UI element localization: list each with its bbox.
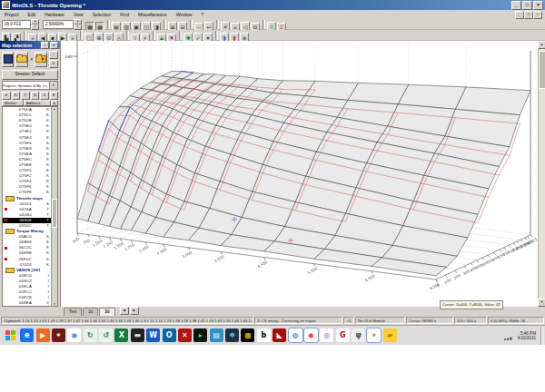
filter-row: ▾KTSVE: [0, 91, 60, 100]
flag-square: [5, 330, 10, 335]
taskbar-clock[interactable]: 5:46 PM 4/22/2021: [518, 331, 536, 340]
mdi-minimize-button[interactable]: _: [515, 11, 524, 19]
taskbar-app-icon[interactable]: ❖: [225, 328, 239, 342]
column-address[interactable]: Address: [24, 100, 51, 106]
taskbar-app-icon[interactable]: ↺: [99, 328, 113, 342]
scroll-down-icon[interactable]: ▼: [538, 299, 545, 307]
scrollbar-thumb[interactable]: [539, 51, 545, 89]
tab-text[interactable]: Text: [64, 308, 82, 316]
panel-option-a-button[interactable]: ▫: [49, 51, 58, 59]
column-type[interactable]: ▸: [51, 100, 58, 106]
axis-tick: [521, 240, 523, 242]
rpm-axis-label: 4.500: [256, 260, 268, 269]
save-map-button[interactable]: [2, 52, 14, 67]
taskbar-app-icon[interactable]: ✕: [178, 328, 192, 342]
tab-scroll-left[interactable]: ◀: [120, 307, 129, 315]
map-type: K: [42, 157, 51, 162]
filter-button[interactable]: K: [12, 92, 21, 100]
chart-vertical-scrollbar[interactable]: ▲ ▼: [538, 41, 545, 307]
column-marker[interactable]: Marker: [2, 100, 24, 106]
map-list-row[interactable]: 008EAV: [3, 300, 51, 306]
taskbar-app-icon[interactable]: ◉: [67, 328, 81, 342]
close-button[interactable]: ×: [533, 1, 543, 10]
filter-button[interactable]: ▾: [2, 92, 11, 100]
panel-close-button[interactable]: ×: [50, 42, 58, 49]
filter-button[interactable]: T: [21, 92, 30, 100]
tab-3d[interactable]: 3d: [99, 308, 114, 316]
taskbar-app-icon[interactable]: G: [336, 328, 350, 342]
session-button[interactable]: Session: Default: [2, 70, 58, 80]
maximize-button[interactable]: □: [522, 1, 532, 10]
axis-tick: [482, 258, 484, 260]
taskbar-app-icon[interactable]: ✦: [367, 328, 381, 342]
map-address: 075F4: [9, 179, 42, 184]
menu-edit[interactable]: Edit: [24, 12, 41, 17]
list-vertical-scrollbar[interactable]: ▲ ▼: [51, 107, 57, 306]
throttle-axis-label: 100: [443, 278, 452, 285]
map-type: K: [42, 168, 51, 173]
map-3d-view[interactable]: 5007501.0001.2501.5001.7502.0002.5003.00…: [61, 41, 538, 307]
scroll-up-icon[interactable]: ▲: [538, 41, 545, 49]
taskbar-app-icon[interactable]: ▶: [36, 328, 50, 342]
axis-tick: [493, 252, 495, 255]
taskbar-app-icon[interactable]: ▦: [241, 328, 254, 342]
chevron-down-icon[interactable]: ▾: [49, 82, 57, 89]
module-status: No OLS-Module: [355, 317, 405, 324]
start-button[interactable]: [1, 327, 19, 345]
menu-project[interactable]: Project: [0, 12, 24, 17]
width-status: 0 (0.00%), Width: 16: [488, 317, 544, 324]
z-axis-max-label: 140: [64, 54, 73, 59]
screen: WinOLS - Throttle Opening * _ □ × Projec…: [0, 0, 545, 392]
map-type: K: [42, 245, 51, 250]
show-desktop-button[interactable]: [540, 327, 544, 345]
taskbar-app-icon[interactable]: ▤: [210, 328, 223, 342]
surface-plot: 5007501.0001.2501.5001.7502.0002.5003.00…: [61, 41, 538, 307]
mdi-close-button[interactable]: ×: [533, 11, 542, 19]
taskbar-app-icon[interactable]: W: [146, 328, 160, 342]
taskbar-app-icon[interactable]: ◣: [272, 328, 286, 342]
open-project-button[interactable]: [15, 52, 28, 67]
map-marker-icon: [3, 258, 9, 260]
tab-scroll-right[interactable]: ▶: [130, 307, 139, 315]
import-map-button[interactable]: [35, 52, 47, 67]
panel-option-b-button[interactable]: ✕: [49, 60, 58, 68]
taskbar-app-icon[interactable]: ↻: [84, 328, 97, 342]
folder-icon: [5, 229, 15, 234]
taskbar-app-icon[interactable]: ✶: [52, 328, 65, 342]
minimize-button[interactable]: _: [511, 1, 521, 10]
folder-icon: [5, 196, 15, 201]
map-address: 075E0: [9, 123, 42, 129]
map-type: T: [42, 207, 51, 212]
checksum-warning: 3: CS wrong - Correcting on export: [254, 317, 342, 324]
map-address: 0650C: [9, 223, 42, 229]
taskbar-app-icon[interactable]: X: [114, 328, 128, 342]
taskbar-app-icon[interactable]: ψ: [352, 328, 365, 342]
window-title: WinOLS - Throttle Opening *: [12, 3, 85, 8]
status-bar: Clipboard: 1.14 1.24 1.13 1.19 1.29 1.37…: [0, 316, 545, 325]
taskbar-app-icon[interactable]: e: [20, 328, 34, 342]
scroll-up-icon[interactable]: ▲: [54, 107, 56, 111]
tab-2d[interactable]: 2d: [83, 308, 98, 316]
app-icon: [2, 1, 10, 9]
scrollbar-thumb[interactable]: [52, 199, 57, 228]
taskbar-app-icon[interactable]: ◍: [289, 328, 302, 342]
filter-button[interactable]: S: [31, 92, 40, 100]
taskbar-app-icon[interactable]: O: [163, 328, 176, 342]
scroll-down-icon[interactable]: ▼: [54, 302, 56, 306]
taskbar-app-icon[interactable]: ▰: [383, 328, 397, 342]
folder-label: Throttle maps: [16, 196, 51, 201]
filter-button[interactable]: V: [40, 92, 49, 100]
taskbar-app-icon[interactable]: ◎: [320, 328, 333, 342]
map-address: 008CE: [9, 295, 42, 300]
taskbar-app-icon[interactable]: ◉: [304, 328, 318, 342]
menu-hardware[interactable]: Hardware: [40, 12, 69, 17]
mdi-restore-button[interactable]: □: [524, 11, 533, 19]
filter-button[interactable]: E: [50, 92, 59, 100]
view-combo[interactable]: Projects, Versions & Maps 10+ ▾: [2, 81, 58, 90]
tray-icon[interactable]: ✚: [509, 336, 512, 341]
taskbar-app-icon[interactable]: ▸: [193, 328, 207, 342]
panel-pin-button[interactable]: ▫: [41, 42, 49, 49]
taskbar-app-icon[interactable]: ▬: [131, 328, 144, 342]
taskbar-app-icon[interactable]: b: [257, 328, 271, 342]
open-dropdown-arrow[interactable]: ▾: [30, 57, 33, 62]
